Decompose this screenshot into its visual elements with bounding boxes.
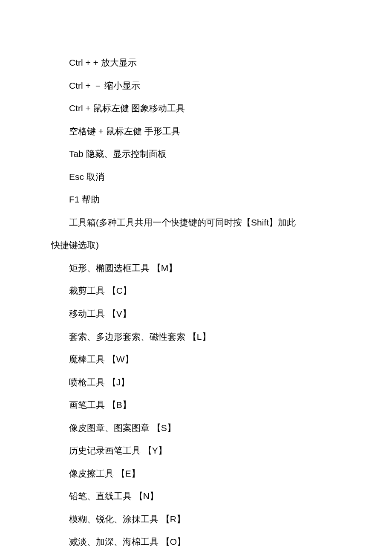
text-line: Ctrl + － 缩小显示 [51, 74, 341, 97]
text-line: 套索、多边形套索、磁性套索 【L】 [51, 325, 341, 348]
text-line: 铅笔、直线工具 【N】 [51, 485, 341, 508]
text-line: 工具箱(多种工具共用一个快捷键的可同时按【Shift】加此 [51, 211, 341, 234]
text-line: 移动工具 【V】 [51, 302, 341, 325]
text-line: 减淡、加深、海棉工具 【O】 [51, 530, 341, 553]
text-line: 像皮图章、图案图章 【S】 [51, 416, 341, 439]
text-line: Ctrl + + 放大显示 [51, 51, 341, 74]
text-line: 历史记录画笔工具 【Y】 [51, 439, 341, 462]
text-line-wrap: 快捷键选取) [51, 234, 341, 257]
document-body: Ctrl + + 放大显示 Ctrl + － 缩小显示 Ctrl + 鼠标左健 … [51, 51, 341, 553]
text-line: F1 帮助 [51, 188, 341, 211]
text-line: 画笔工具 【B】 [51, 393, 341, 416]
text-line: 矩形、椭圆选框工具 【M】 [51, 257, 341, 280]
text-line: 魔棒工具 【W】 [51, 348, 341, 371]
text-line: 裁剪工具 【C】 [51, 279, 341, 302]
text-line: 喷枪工具 【J】 [51, 371, 341, 394]
text-line: Esc 取消 [51, 165, 341, 188]
text-line: 模糊、锐化、涂抹工具 【R】 [51, 508, 341, 531]
text-line: 像皮擦工具 【E】 [51, 462, 341, 485]
text-line: Tab 隐藏、显示控制面板 [51, 142, 341, 165]
text-line: 空格键 + 鼠标左健 手形工具 [51, 120, 341, 143]
text-line: Ctrl + 鼠标左健 图象移动工具 [51, 97, 341, 120]
